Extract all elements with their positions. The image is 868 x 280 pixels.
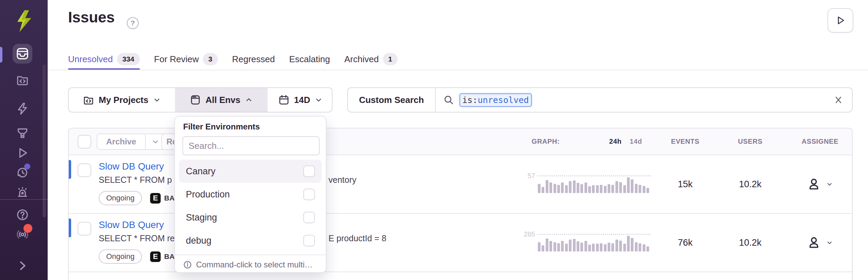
- sidebar-item-help[interactable]: [13, 205, 32, 225]
- env-checkbox[interactable]: [303, 212, 315, 223]
- sidebar-item-performance[interactable]: [13, 99, 32, 119]
- projects-filter-label: My Projects: [99, 95, 148, 105]
- environments-filter-label: All Envs: [206, 95, 241, 105]
- search-icon: [443, 94, 454, 105]
- sidebar-item-session-history[interactable]: [13, 163, 32, 182]
- chevron-down-icon: [153, 96, 161, 104]
- events-graph-cell: 285: [521, 214, 654, 272]
- unread-indicator: [69, 160, 71, 179]
- env-option-label: Canary: [186, 166, 215, 177]
- tab-archived[interactable]: Archived 1: [344, 50, 398, 68]
- env-checkbox[interactable]: [303, 189, 315, 200]
- sidebar-item-releases[interactable]: [13, 123, 32, 143]
- events-graph-cell: 57: [521, 155, 654, 213]
- row-checkbox[interactable]: [78, 163, 91, 177]
- custom-search-button[interactable]: Custom Search: [348, 88, 435, 112]
- tab-unresolved[interactable]: Unresolved 334: [68, 50, 140, 68]
- sidebar-scrollbar[interactable]: [43, 65, 46, 217]
- sidebar-collapse-toggle[interactable]: [13, 256, 32, 276]
- graph-peak-label: 57: [521, 172, 535, 180]
- tab-regressed[interactable]: Regressed: [232, 50, 275, 68]
- sidebar-item-whats-new[interactable]: [13, 225, 32, 244]
- play-icon: [835, 15, 846, 26]
- tab-count-badge: 334: [117, 53, 140, 65]
- tab-for-review[interactable]: For Review 3: [154, 50, 218, 68]
- column-header-users: USERS: [716, 128, 784, 155]
- env-checkbox[interactable]: [303, 165, 315, 177]
- search-bar: Custom Search is:unresolved: [347, 87, 853, 112]
- window-icon: [190, 94, 201, 106]
- environments-dropdown: Filter Environments Canary Production St…: [174, 116, 326, 273]
- notification-dot: [24, 163, 30, 170]
- tabs-divider: [48, 70, 868, 70]
- tab-label: Regressed: [232, 54, 275, 65]
- tab-count-badge: 1: [383, 53, 398, 65]
- archive-button-label[interactable]: Archive: [97, 134, 145, 150]
- archive-button[interactable]: Archive: [97, 134, 166, 150]
- range-24h-option[interactable]: 24h: [609, 138, 622, 145]
- graph-peak-label: 285: [521, 230, 535, 238]
- issue-row-partial: [69, 272, 852, 280]
- column-header-events: EVENTS: [651, 128, 719, 155]
- graph-max-line: [537, 175, 651, 176]
- graph-range-toggle: 24h 14d: [598, 128, 653, 155]
- filter-bar: My Projects All Envs 14D: [68, 87, 333, 112]
- sidebar-item-replays[interactable]: [13, 143, 32, 163]
- projects-filter-button[interactable]: My Projects: [69, 88, 175, 112]
- select-all-checkbox[interactable]: [78, 135, 91, 148]
- events-sparkline: [538, 177, 651, 193]
- tab-label: Escalating: [289, 54, 330, 65]
- clear-search-button[interactable]: [834, 88, 843, 112]
- users-count: 10.2k: [716, 155, 784, 213]
- chevron-down-icon: [825, 239, 834, 247]
- events-count: 15k: [651, 155, 719, 213]
- row-checkbox[interactable]: [78, 222, 91, 235]
- chevron-up-icon: [245, 96, 253, 104]
- issue-message-start: SELECT * FROM re: [99, 233, 175, 243]
- tab-label: Unresolved: [68, 54, 113, 65]
- unread-indicator: [69, 218, 71, 237]
- env-option-canary[interactable]: Canary: [179, 160, 322, 183]
- column-header-graph: GRAPH:: [512, 128, 580, 155]
- assignee-person-icon: [806, 177, 821, 192]
- environments-filter-button[interactable]: All Envs: [175, 88, 268, 112]
- range-14d-option[interactable]: 14d: [630, 138, 642, 145]
- assignee-selector[interactable]: [786, 155, 853, 213]
- search-input[interactable]: is:unresolved: [436, 88, 852, 112]
- env-option-debug[interactable]: debug: [179, 229, 322, 252]
- chevron-right-icon: [16, 259, 29, 273]
- env-option-label: Production: [186, 189, 230, 200]
- environment-search-input[interactable]: [182, 136, 320, 155]
- users-count: 10.2k: [716, 214, 784, 272]
- issues-tabs: Unresolved 334 For Review 3 Regressed Es…: [68, 50, 398, 68]
- search-token[interactable]: is:unresolved: [460, 93, 532, 107]
- dropdown-title: Filter Environments: [175, 117, 326, 134]
- env-option-production[interactable]: Production: [179, 183, 322, 206]
- sidebar-item-issues[interactable]: [13, 44, 32, 64]
- column-header-assignee: ASSIGNEE: [786, 128, 853, 155]
- help-icon[interactable]: ?: [127, 17, 139, 29]
- events-count: 76k: [651, 214, 719, 272]
- env-checkbox[interactable]: [303, 235, 315, 246]
- token-value: unresolved: [478, 95, 529, 105]
- info-icon: [183, 260, 192, 269]
- help-icon: [16, 208, 29, 222]
- page-title: Issues: [68, 9, 115, 26]
- siren-icon: [16, 186, 29, 199]
- platform-express-icon: E: [150, 193, 161, 204]
- sidebar-item-projects[interactable]: [13, 70, 32, 90]
- replay-tour-button[interactable]: [827, 8, 853, 33]
- tab-label: For Review: [154, 54, 199, 65]
- dropdown-footer-hint: Command-click to select multi…: [175, 255, 326, 273]
- assignee-selector[interactable]: [786, 214, 853, 272]
- env-option-label: debug: [186, 235, 211, 246]
- calendar-icon: [278, 94, 290, 106]
- assignee-person-icon: [806, 235, 821, 250]
- status-badge: Ongoing: [99, 249, 142, 264]
- app-logo-icon[interactable]: [12, 9, 35, 33]
- chevron-down-icon: [825, 180, 834, 188]
- tab-escalating[interactable]: Escalating: [289, 50, 330, 68]
- env-option-staging[interactable]: Staging: [179, 206, 322, 229]
- footer-hint-text: Command-click to select multi…: [196, 260, 313, 269]
- date-range-filter-button[interactable]: 14D: [268, 88, 333, 112]
